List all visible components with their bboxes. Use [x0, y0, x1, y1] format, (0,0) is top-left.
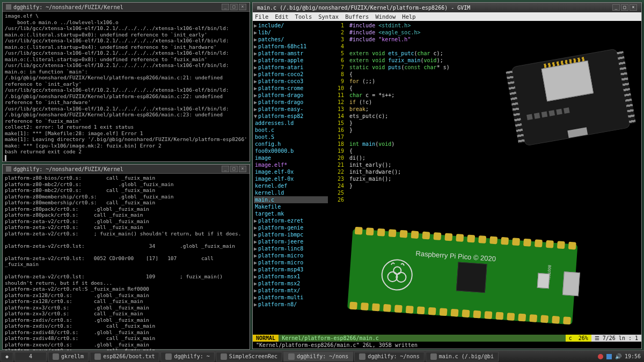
taskbar-item[interactable]: dg@hilfy: ~/nons	[283, 352, 353, 361]
svg-point-3	[393, 267, 401, 275]
tree-item[interactable]: addresses.ld	[254, 120, 328, 127]
tree-item[interactable]: boot.S	[254, 134, 328, 141]
tree-item[interactable]: ▶platform-genie	[254, 224, 328, 231]
tree-item[interactable]: ▶platform-multi	[254, 294, 328, 301]
minimize-button[interactable]: _	[612, 4, 620, 11]
line-gutter: 1234567891011121314151617181920212223242…	[329, 21, 347, 335]
taskbar-item[interactable]: dg@hilfy: ~/nons	[354, 352, 424, 361]
tree-item[interactable]: main.c	[254, 196, 328, 203]
tree-item[interactable]: image	[254, 154, 328, 161]
status-mode: NORMAL	[253, 335, 279, 342]
tree-item[interactable]: image.elf-0x	[254, 175, 328, 182]
menu-edit[interactable]: Edit	[275, 13, 288, 20]
tree-item[interactable]: ▶platform-n8/	[254, 301, 328, 308]
tree-item[interactable]: ▶platform-atari	[254, 64, 328, 71]
tray-icon[interactable]	[606, 354, 612, 359]
terminal-1[interactable]: dg@hilfy: ~/nonshared/FUZIX/Kernel _ □ ×…	[2, 2, 250, 162]
tree-item[interactable]: ▶platform-crome	[254, 85, 328, 92]
taskbar[interactable]: ◆ 4 gkrellmesp8266/boot.txtdg@hilfy: ~Si…	[0, 350, 644, 362]
tree-item[interactable]: ▼platform-esp82	[254, 113, 328, 120]
close-button[interactable]: ×	[239, 166, 246, 172]
tree-item[interactable]: ▶platform-mtx/	[254, 287, 328, 294]
maximize-button[interactable]: □	[621, 4, 628, 11]
file-tree[interactable]: ▶include/▶lib/▶patches/▶platform-68hc11▶…	[253, 21, 329, 335]
start-menu-button[interactable]: ◆	[1, 352, 13, 361]
app-icon	[430, 353, 437, 360]
tree-item[interactable]: boot.c	[254, 127, 328, 134]
esp8266-board-image	[500, 47, 644, 175]
tree-item[interactable]: config.h	[254, 141, 328, 147]
tree-item[interactable]: target.mk	[254, 210, 328, 217]
taskbar-item[interactable]: SimpleScreenRec	[216, 352, 282, 361]
taskbar-item[interactable]: gkrellm	[48, 352, 89, 361]
terminal-2-content[interactable]: platform-z80-bios/crt0.s: call _fuzix_ma…	[3, 174, 250, 362]
app-icon	[94, 353, 101, 360]
tree-item[interactable]: Makefile	[254, 203, 328, 210]
menu-window[interactable]: Window	[375, 13, 396, 20]
raspberry-pi-pico-image: Raspberry Pi Pico © 2020 BOOTSEL	[346, 229, 594, 353]
tree-item[interactable]: ▶platform-drago	[254, 99, 328, 106]
tree-item[interactable]: image.elf*	[254, 161, 328, 168]
close-button[interactable]: ×	[239, 4, 246, 10]
system-tray[interactable]: 🔊 19:56	[595, 353, 644, 359]
terminal-2-titlebar[interactable]: dg@hilfy: ~/nonshared/FUZIX/Kernel _ □ ×	[3, 165, 250, 174]
terminal-1-content[interactable]: image.elf \ boot.o main.o ../lowlevel-lx…	[3, 12, 250, 162]
tree-item[interactable]: kernel.def	[254, 182, 328, 189]
workspace-switcher[interactable]: 4	[14, 352, 47, 361]
taskbar-item[interactable]: dg@hilfy: ~	[160, 352, 214, 361]
tree-item[interactable]: ▶platform-jeere	[254, 238, 328, 245]
status-linecol: ☰ 7/26 ln : 1	[591, 335, 641, 342]
tree-item[interactable]: ▶platform-amstr	[254, 50, 328, 57]
app-icon	[359, 353, 365, 360]
tree-item[interactable]: ▶platform-msx1	[254, 273, 328, 280]
terminal-1-title: dg@hilfy: ~/nonshared/FUZIX/Kernel	[13, 4, 123, 10]
tree-item[interactable]: foo0x00000.b	[254, 147, 328, 154]
pico-label: Raspberry Pi Pico © 2020	[415, 249, 496, 263]
menu-help[interactable]: Help	[402, 13, 415, 20]
volume-icon[interactable]: 🔊	[615, 353, 621, 359]
maximize-button[interactable]: □	[230, 166, 238, 172]
tree-item[interactable]: ▶include/	[254, 22, 328, 29]
tree-item[interactable]: ▶platform-ibmpc	[254, 231, 328, 238]
menu-syntax[interactable]: Syntax	[318, 13, 339, 20]
tray-icon[interactable]	[598, 354, 603, 359]
tree-item[interactable]: ▶platform-coco2	[254, 71, 328, 78]
tree-item[interactable]	[254, 308, 328, 315]
menu-file[interactable]: File	[255, 13, 268, 20]
app-icon	[165, 353, 172, 360]
terminal-1-titlebar[interactable]: dg@hilfy: ~/nonshared/FUZIX/Kernel _ □ ×	[3, 3, 250, 12]
clock[interactable]: 19:56	[625, 353, 641, 359]
tree-item[interactable]: kernel.ld	[254, 189, 328, 196]
menu-tools[interactable]: Tools	[295, 13, 312, 20]
taskbar-item[interactable]: esp8266/boot.txt	[90, 352, 159, 361]
app-icon	[53, 353, 59, 360]
terminal-icon	[6, 4, 11, 10]
tree-item[interactable]: ▶lib/	[254, 29, 328, 36]
tree-item[interactable]: ▶platform-ezret	[254, 217, 328, 224]
tree-item[interactable]: ▶platform-68hc11	[254, 43, 328, 50]
minimize-button[interactable]: _	[222, 4, 229, 10]
tree-item[interactable]: ▶platform-linc8	[254, 245, 328, 252]
gvim-titlebar[interactable]: main.c (/.big/@big/nonshared/FUZIX/Kerne…	[253, 3, 641, 12]
terminal-icon	[6, 166, 11, 172]
tree-item[interactable]: ▶platform-easy-	[254, 106, 328, 113]
tree-item[interactable]: image.elf-0x	[254, 168, 328, 175]
taskbar-item[interactable]: main.c (/.big/@bi	[426, 352, 499, 361]
tree-item[interactable]: ▶platform-micro	[254, 252, 328, 259]
menu-buffers[interactable]: Buffers	[345, 13, 369, 20]
tree-item[interactable]: ▶platform-msx2	[254, 280, 328, 287]
terminal-2-title: dg@hilfy: ~/nonshared/FUZIX/Kernel	[13, 166, 123, 172]
tree-item[interactable]: ▶platform-micro	[254, 259, 328, 266]
terminal-2[interactable]: dg@hilfy: ~/nonshared/FUZIX/Kernel _ □ ×…	[2, 164, 250, 350]
tree-item[interactable]: ▶patches/	[254, 36, 328, 43]
gvim-menubar[interactable]: FileEditToolsSyntaxBuffersWindowHelp	[253, 12, 641, 21]
tree-item[interactable]: ▶platform-coco3	[254, 78, 328, 85]
tree-item[interactable]: ▶platform-apple	[254, 57, 328, 64]
gvim-title-text: main.c (/.big/@big/nonshared/FUZIX/Kerne…	[257, 5, 470, 11]
maximize-button[interactable]: □	[230, 4, 238, 10]
tree-item[interactable]: ▶platform-msp43	[254, 266, 328, 273]
app-icon	[288, 353, 295, 360]
minimize-button[interactable]: _	[222, 166, 229, 172]
close-button[interactable]: ×	[630, 4, 637, 11]
tree-item[interactable]: ▶platform-drago	[254, 92, 328, 99]
